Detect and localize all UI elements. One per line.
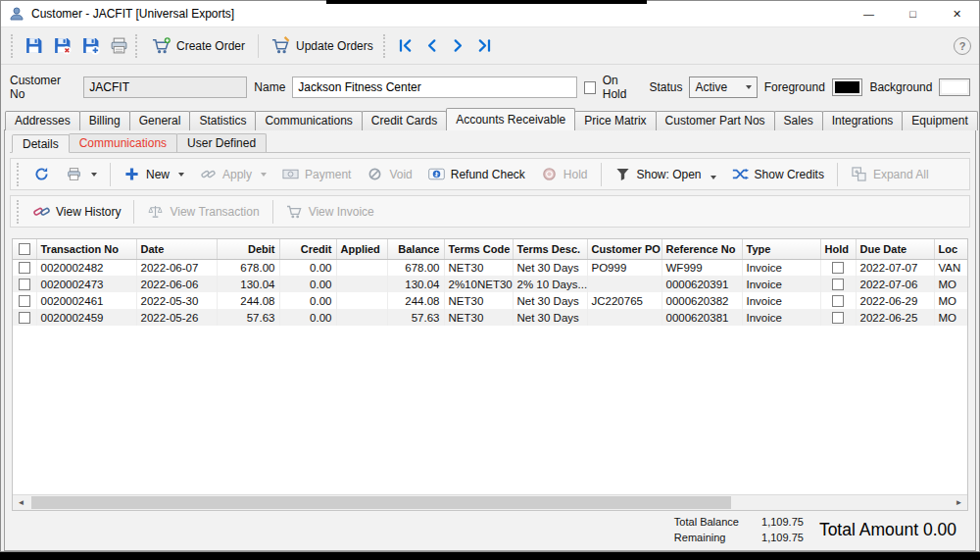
show-credits-button[interactable]: Show Credits (724, 164, 832, 184)
subtab-communications[interactable]: Communications (69, 133, 177, 152)
tab-customer-part-nos[interactable]: Customer Part Nos (656, 111, 775, 130)
scrollbar-track[interactable] (29, 495, 951, 510)
cell-customer-po (587, 276, 662, 292)
save-new-button[interactable] (76, 32, 105, 59)
refresh-button[interactable] (25, 164, 58, 184)
view-history-label: View History (56, 205, 121, 219)
select-all-checkbox[interactable] (19, 243, 30, 255)
col-date[interactable]: Date (136, 239, 217, 259)
customer-no-field[interactable] (83, 76, 247, 98)
nav-first-button[interactable] (392, 34, 418, 57)
foreground-color-swatch[interactable] (832, 78, 863, 96)
col-hold[interactable]: Hold (820, 239, 856, 259)
subtab-user-defined[interactable]: User Defined (176, 133, 267, 152)
update-orders-button[interactable]: Update Orders (264, 32, 381, 59)
refund-check-button[interactable]: Refund Check (420, 164, 533, 184)
tab-communications[interactable]: Communications (255, 111, 362, 130)
view-history-button[interactable]: View History (25, 201, 128, 222)
table-row[interactable]: 00200024612022-05-30244.080.00244.08NET3… (13, 292, 967, 309)
hold-button[interactable]: Hold (533, 164, 596, 184)
apply-button[interactable]: Apply (192, 164, 274, 184)
on-hold-checkbox[interactable] (584, 81, 596, 94)
cell-terms-desc: Net 30 Days (513, 259, 587, 276)
hold-checkbox[interactable] (832, 295, 844, 307)
chevron-down-icon (746, 85, 752, 89)
row-select-checkbox[interactable] (19, 312, 30, 324)
cell-date: 2022-05-30 (136, 292, 217, 309)
chevron-down-icon (178, 173, 184, 177)
row-select-checkbox[interactable] (19, 295, 30, 307)
save-button[interactable] (20, 32, 48, 59)
cell-balance: 130.04 (387, 276, 444, 292)
expand-all-button[interactable]: Expand All (843, 164, 937, 184)
table-row[interactable]: 00200024732022-06-06130.040.00130.042%10… (13, 276, 967, 292)
close-button[interactable]: ✕ (935, 1, 979, 26)
link-icon (200, 167, 217, 181)
col-reference-no[interactable]: Reference No (662, 239, 742, 259)
cell-due-date: 2022-06-25 (856, 309, 934, 326)
tab-billing[interactable]: Billing (79, 111, 130, 130)
create-order-button[interactable]: Create Order (144, 32, 253, 59)
tab-general[interactable]: General (129, 111, 191, 130)
main-tabstrip: Addresses Billing General Statistics Com… (1, 108, 979, 130)
tab-price-matrix[interactable]: Price Matrix (574, 111, 656, 130)
scroll-right-arrow[interactable]: ► (951, 495, 967, 510)
col-transaction-no[interactable]: Transaction No (36, 239, 136, 259)
hold-checkbox[interactable] (832, 279, 844, 290)
nav-next-button[interactable] (445, 34, 471, 57)
balance-summary: Total Balance 1,109.75 Remaining 1,109.7… (674, 516, 804, 543)
table-row[interactable]: 00200024822022-06-07678.000.00678.00NET3… (13, 259, 967, 276)
table-row[interactable]: 00200024592022-05-2657.630.0057.63NET30N… (13, 309, 967, 326)
toolbar-grip (11, 34, 16, 58)
cell-debit: 678.00 (217, 259, 279, 276)
col-customer-po[interactable]: Customer PO (587, 239, 662, 259)
tab-statistics[interactable]: Statistics (189, 111, 256, 130)
status-dropdown[interactable]: Active (689, 76, 757, 98)
tab-accounts-receivable[interactable]: Accounts Receivable (446, 108, 575, 130)
col-due-date[interactable]: Due Date (856, 239, 934, 259)
hold-checkbox[interactable] (832, 262, 844, 274)
show-filter-button[interactable]: Show: Open (607, 164, 724, 184)
horizontal-scrollbar[interactable]: ◄ ► (13, 494, 967, 510)
col-balance[interactable]: Balance (387, 239, 444, 259)
tab-credit-cards[interactable]: Credit Cards (362, 111, 447, 130)
background-color-swatch[interactable] (939, 78, 970, 96)
tab-equipment[interactable]: Equipment (902, 111, 977, 130)
maximize-button[interactable]: □ (891, 1, 935, 26)
save-close-button[interactable] (48, 32, 76, 59)
customer-name-field[interactable] (292, 76, 576, 98)
void-button[interactable]: Void (359, 164, 419, 184)
hold-checkbox[interactable] (832, 312, 844, 324)
cell-credit: 0.00 (279, 259, 336, 276)
row-select-checkbox[interactable] (19, 279, 30, 290)
scroll-left-arrow[interactable]: ◄ (13, 495, 29, 510)
col-terms-code[interactable]: Terms Code (444, 239, 513, 259)
cell-due-date: 2022-06-29 (856, 292, 934, 309)
col-credit[interactable]: Credit (279, 239, 336, 259)
new-button[interactable]: New (116, 164, 192, 184)
minimize-button[interactable]: — (847, 1, 891, 26)
row-select-checkbox[interactable] (19, 262, 30, 274)
help-button[interactable]: ? (954, 37, 971, 55)
payment-button[interactable]: Payment (274, 164, 359, 184)
col-terms-desc[interactable]: Terms Desc. (513, 239, 587, 259)
print-button[interactable] (105, 32, 133, 59)
cell-terms-desc: Net 30 Days (513, 309, 587, 326)
col-type[interactable]: Type (742, 239, 820, 259)
tab-integrations[interactable]: Integrations (822, 111, 904, 130)
subtab-details[interactable]: Details (12, 134, 70, 153)
print-dropdown-button[interactable] (58, 164, 105, 184)
col-loc[interactable]: Loc (934, 239, 967, 259)
tab-sales[interactable]: Sales (774, 111, 823, 130)
accounts-receivable-panel: Details Communications User Defined (4, 129, 976, 551)
col-debit[interactable]: Debit (217, 239, 279, 259)
scrollbar-thumb[interactable] (31, 496, 731, 509)
tab-addresses[interactable]: Addresses (5, 111, 80, 130)
view-invoice-button[interactable]: View Invoice (278, 201, 382, 222)
show-credits-icon (732, 167, 749, 181)
view-transaction-button[interactable]: View Transaction (139, 201, 267, 222)
customer-window: Customer - JACFIT [Universal Exports] — … (0, 0, 980, 552)
nav-previous-button[interactable] (418, 34, 445, 57)
col-applied[interactable]: Applied (336, 239, 387, 259)
nav-last-button[interactable] (471, 34, 498, 57)
